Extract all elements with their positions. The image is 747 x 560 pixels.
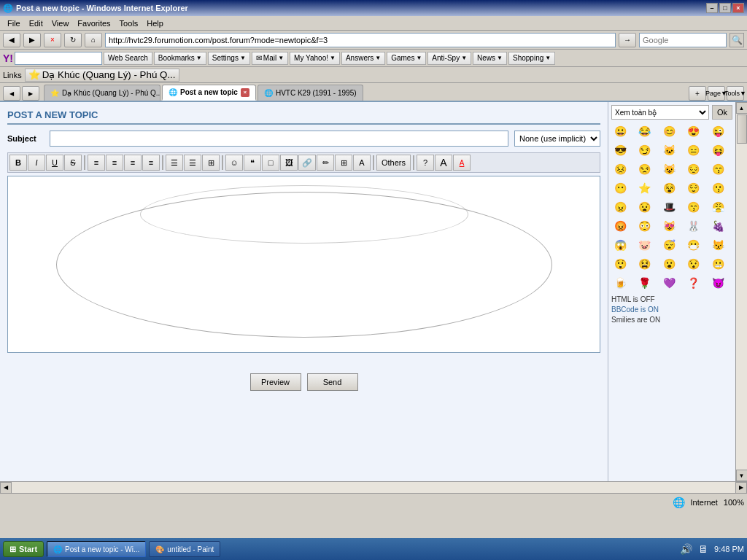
smiley-item[interactable]: 😏 <box>636 141 654 159</box>
smiley-item[interactable]: 😻 <box>660 217 678 235</box>
tab-da-khuc[interactable]: ⭐ Dạ Khúc (Quang Lý) - Phú Q... <box>44 85 160 101</box>
smiley-item[interactable]: 😗 <box>709 179 727 197</box>
restore-button[interactable]: □ <box>719 3 731 13</box>
page-button[interactable]: Page▼ <box>708 86 725 101</box>
smiley-item[interactable]: 😔 <box>685 160 703 178</box>
yahoo-answers-button[interactable]: Answers▼ <box>341 52 385 65</box>
smiley-item[interactable]: 😫 <box>636 255 654 273</box>
menu-file[interactable]: File <box>3 18 25 29</box>
tab-scroll-left[interactable]: ◀ <box>3 86 20 101</box>
google-search-button[interactable]: 🔍 <box>729 33 744 47</box>
align-right-button[interactable]: ≡ <box>124 155 142 171</box>
font-color-button[interactable]: A <box>453 155 471 171</box>
smiley-item[interactable]: 🎩 <box>660 198 678 216</box>
menu-view[interactable]: View <box>47 18 74 29</box>
stop-button[interactable]: × <box>44 33 61 47</box>
italic-button[interactable]: I <box>28 155 45 171</box>
h-scroll-left-button[interactable]: ◀ <box>0 482 12 494</box>
yahoo-bookmarks-button[interactable]: Bookmarks▼ <box>154 52 206 65</box>
yahoo-search-input[interactable] <box>15 52 102 65</box>
justify-button[interactable]: ≡ <box>142 155 160 171</box>
others-button[interactable]: Others <box>376 155 411 171</box>
tab-scroll-right[interactable]: ▶ <box>22 86 39 101</box>
h-scroll-right-button[interactable]: ▶ <box>735 482 747 494</box>
smiley-item[interactable]: 😧 <box>636 198 654 216</box>
smiley-item[interactable]: 😍 <box>685 122 703 140</box>
smiley-item[interactable]: 😈 <box>709 274 727 292</box>
yahoo-mail-button[interactable]: ✉Mail▼ <box>252 52 288 65</box>
smiley-item[interactable]: 😙 <box>685 198 703 216</box>
font-button[interactable]: A <box>353 155 371 171</box>
scroll-down-button[interactable]: ▼ <box>736 470 748 481</box>
smiley-item[interactable]: 😴 <box>660 236 678 254</box>
scroll-thumb[interactable] <box>737 114 747 144</box>
scroll-up-button[interactable]: ▲ <box>736 102 748 114</box>
table-button[interactable]: ⊞ <box>335 155 352 171</box>
yahoo-news-button[interactable]: News▼ <box>473 52 507 65</box>
yahoo-games-button[interactable]: Games▼ <box>387 52 426 65</box>
strikethrough-button[interactable]: S <box>64 155 82 171</box>
smiley-item[interactable]: 😙 <box>709 160 727 178</box>
smiley-item[interactable]: 😀 <box>611 122 629 140</box>
smiley-item[interactable]: 🐷 <box>636 236 654 254</box>
smiley-item[interactable]: 😡 <box>611 217 629 235</box>
h-scroll-track[interactable] <box>12 482 735 493</box>
google-search-input[interactable] <box>639 33 727 47</box>
bold-button[interactable]: B <box>9 155 27 171</box>
smiley-item[interactable]: 😳 <box>636 217 654 235</box>
smiley-item[interactable]: 😵 <box>660 179 678 197</box>
quote-button[interactable]: ❝ <box>244 155 261 171</box>
edit-button[interactable]: ✏ <box>317 155 334 171</box>
link-button[interactable]: 🔗 <box>298 155 316 171</box>
smiley-item[interactable]: 😺 <box>660 160 678 178</box>
smiley-item[interactable]: 😒 <box>636 160 654 178</box>
smiley-item[interactable]: 😂 <box>636 122 654 140</box>
smiley-item[interactable]: 🍇 <box>709 217 727 235</box>
preview-button[interactable]: Preview <box>250 373 301 391</box>
smiley-item[interactable]: 😬 <box>709 255 727 273</box>
smiley-item[interactable]: 😯 <box>685 255 703 273</box>
icon-select[interactable]: None (use implicit) <box>514 131 600 147</box>
menu-edit[interactable]: Edit <box>25 18 47 29</box>
yahoo-web-search-button[interactable]: Web Search <box>104 52 152 65</box>
align-left-button[interactable]: ≡ <box>88 155 105 171</box>
smiley-ok-button[interactable]: Ok <box>712 105 732 120</box>
smiley-item[interactable]: 😮 <box>660 255 678 273</box>
indent-button[interactable]: ⊞ <box>202 155 220 171</box>
yahoo-antispy-button[interactable]: Anti-Spy▼ <box>427 52 471 65</box>
smiley-item[interactable]: 😷 <box>685 236 703 254</box>
smiley-item[interactable]: 😝 <box>709 141 727 159</box>
smiley-item[interactable]: 😶 <box>611 179 629 197</box>
tab-post-new-topic[interactable]: 🌐 Post a new topic × <box>162 85 256 101</box>
yahoo-myyahoo-button[interactable]: My Yahoo!▼ <box>290 52 340 65</box>
underline-button[interactable]: U <box>46 155 63 171</box>
close-button[interactable]: × <box>732 3 744 13</box>
tools-button[interactable]: Tools▼ <box>727 86 744 101</box>
smiley-item[interactable]: 😤 <box>709 198 727 216</box>
yahoo-shopping-button[interactable]: Shopping▼ <box>508 52 555 65</box>
yahoo-settings-button[interactable]: Settings▼ <box>208 52 250 65</box>
smiley-item[interactable]: 😣 <box>611 160 629 178</box>
forward-button[interactable]: ▶ <box>23 33 41 47</box>
editor-textarea[interactable] <box>11 179 597 347</box>
font-size-button[interactable]: A <box>435 155 452 171</box>
smiley-item[interactable]: ⭐ <box>636 179 654 197</box>
smiley-item[interactable]: 😎 <box>611 141 629 159</box>
smiley-item[interactable]: 😲 <box>611 255 629 273</box>
smiley-item[interactable]: 😠 <box>611 198 629 216</box>
tab-hvtc[interactable]: 🌐 HVTC K29 (1991 - 1995) <box>258 85 363 101</box>
menu-help[interactable]: Help <box>142 18 168 29</box>
smiley-item[interactable]: 😜 <box>709 122 727 140</box>
go-button[interactable]: → <box>619 33 636 47</box>
tab-close-button[interactable]: × <box>241 88 249 97</box>
box-button[interactable]: □ <box>262 155 279 171</box>
smiley-item[interactable]: 😊 <box>660 122 678 140</box>
back-button[interactable]: ◀ <box>3 33 20 47</box>
image-button[interactable]: 🖼 <box>280 155 298 171</box>
smiley-item[interactable]: 😾 <box>709 236 727 254</box>
smiley-button[interactable]: ☺ <box>225 155 243 171</box>
smiley-item[interactable]: 😑 <box>685 141 703 159</box>
menu-tools[interactable]: Tools <box>115 18 143 29</box>
refresh-button[interactable]: ↻ <box>64 33 82 47</box>
smiley-item[interactable]: 🌹 <box>636 274 654 292</box>
